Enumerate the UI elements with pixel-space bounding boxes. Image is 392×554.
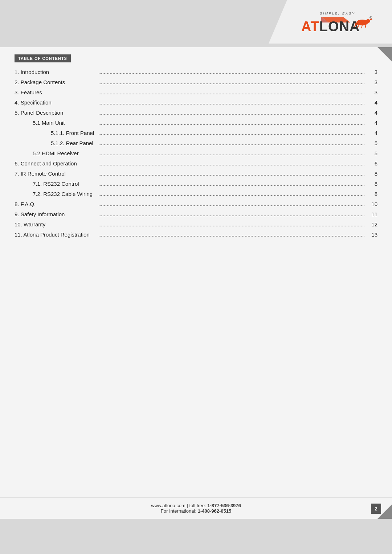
toc-page: 3 [369, 89, 377, 95]
toc-label: 1. Introduction [15, 69, 94, 75]
toc-entry-5-2: 5.2 HDMI Receiver 5 [15, 150, 377, 157]
toc-page: 12 [369, 221, 377, 227]
svg-text:ATLONA: ATLONA [301, 19, 360, 32]
toc-dots [99, 236, 364, 237]
toc-dots [99, 175, 364, 176]
toc-page: 5 [369, 150, 377, 156]
toc-page: 13 [369, 231, 377, 238]
toc-entry-5: 5. Panel Description 4 [15, 110, 377, 116]
footer-line-1: www.atlona.com | toll free: 1-877-536-39… [15, 503, 377, 508]
toc-label: 2. Package Contents [15, 79, 94, 85]
toc-page: 3 [369, 69, 377, 75]
toc-label: 10. Warranty [15, 221, 94, 227]
toc-dots [99, 104, 364, 104]
toc-dots [99, 83, 364, 84]
logo-container: SIMPLE, EASY ATLONA ® [301, 12, 374, 32]
toc-dots [99, 124, 364, 125]
toc-label: 4. Specification [15, 99, 94, 106]
toc-label: 7.2. RS232 Cable Wiring [15, 191, 94, 197]
toc-label: 3. Features [15, 89, 94, 95]
toc-dots [99, 216, 364, 216]
toc-page: 8 [369, 171, 377, 177]
footer-intl-number: 1-408-962-0515 [198, 508, 232, 514]
toc-header: TABLE OF CONTENTS [15, 54, 71, 62]
footer-separator: | toll free: [187, 503, 207, 508]
toc-label: 5.2 HDMI Receiver [15, 150, 94, 156]
toc-dots [99, 73, 364, 74]
page-footer: www.atlona.com | toll free: 1-877-536-39… [0, 497, 392, 519]
footer-line-2: For International: 1-408-962-0515 [15, 508, 377, 514]
toc-entry-2: 2. Package Contents 3 [15, 79, 377, 86]
toc-label: 9. Safety Information [15, 211, 94, 217]
toc-label: 7.1. RS232 Control [15, 181, 94, 187]
toc-entry-5-1-1: 5.1.1. Front Panel 4 [15, 130, 377, 136]
footer-intl-label: For International: [161, 508, 198, 514]
toc-entry-8: 8. F.A.Q. 10 [15, 201, 377, 208]
toc-label: 5.1 Main Unit [15, 120, 94, 126]
toc-label: 8. F.A.Q. [15, 201, 94, 207]
toc-page: 6 [369, 160, 377, 167]
toc-label: 6. Connect and Operation [15, 160, 94, 167]
atlona-logo-svg: ATLONA ® [301, 16, 374, 32]
page-header: SIMPLE, EASY ATLONA ® [0, 0, 392, 47]
logo-area: SIMPLE, EASY ATLONA ® [269, 0, 392, 44]
svg-line-9 [362, 25, 362, 28]
toc-page: 4 [369, 110, 377, 116]
toc-page: 8 [369, 191, 377, 197]
toc-label: 5. Panel Description [15, 110, 94, 116]
svg-line-10 [365, 25, 366, 28]
toc-dots [99, 144, 364, 145]
toc-list: 1. Introduction 3 2. Package Contents 3 … [15, 69, 377, 238]
toc-label: 11. Atlona Product Registration [15, 231, 94, 238]
toc-entry-10: 10. Warranty 12 [15, 221, 377, 228]
toc-entry-7-1: 7.1. RS232 Control 8 [15, 181, 377, 187]
toc-entry-3: 3. Features 3 [15, 89, 377, 96]
corner-decoration-bottom [377, 504, 392, 519]
toc-entry-5-1-2: 5.1.2. Rear Panel 5 [15, 140, 377, 147]
toc-page: 11 [369, 211, 377, 217]
toc-entry-1: 1. Introduction 3 [15, 69, 377, 75]
toc-dots [99, 205, 364, 206]
footer-tollfree: 1-877-536-3976 [207, 503, 241, 508]
toc-page: 4 [369, 99, 377, 106]
toc-label: 7. IR Remote Control [15, 171, 94, 177]
toc-page: 4 [369, 130, 377, 136]
toc-entry-4: 4. Specification 4 [15, 99, 377, 106]
toc-dots [99, 155, 364, 155]
toc-page: 4 [369, 120, 377, 126]
toc-page: 10 [369, 201, 377, 207]
toc-entry-6: 6. Connect and Operation 6 [15, 160, 377, 167]
toc-entry-5-1: 5.1 Main Unit 4 [15, 120, 377, 126]
toc-dots [99, 94, 364, 94]
toc-dots [99, 114, 364, 115]
footer-website: www.atlona.com [151, 503, 185, 508]
toc-entry-11: 11. Atlona Product Registration 13 [15, 231, 377, 238]
toc-page: 8 [369, 181, 377, 187]
logo-tagline: SIMPLE, EASY [320, 12, 355, 15]
corner-decoration-top [377, 47, 392, 62]
logo-atlona: ATLONA ® [301, 16, 374, 32]
toc-label: 5.1.1. Front Panel [15, 130, 94, 136]
toc-dots [99, 195, 364, 196]
toc-label: 5.1.2. Rear Panel [15, 140, 94, 146]
toc-dots [99, 134, 364, 135]
toc-page: 3 [369, 79, 377, 85]
toc-entry-9: 9. Safety Information 11 [15, 211, 377, 218]
toc-dots [99, 226, 364, 226]
toc-entry-7-2: 7.2. RS232 Cable Wiring 8 [15, 191, 377, 197]
toc-entry-7: 7. IR Remote Control 8 [15, 171, 377, 177]
main-content: TABLE OF CONTENTS 1. Introduction 3 2. P… [0, 47, 392, 519]
toc-dots [99, 185, 364, 186]
toc-page: 5 [369, 140, 377, 146]
toc-dots [99, 165, 364, 165]
